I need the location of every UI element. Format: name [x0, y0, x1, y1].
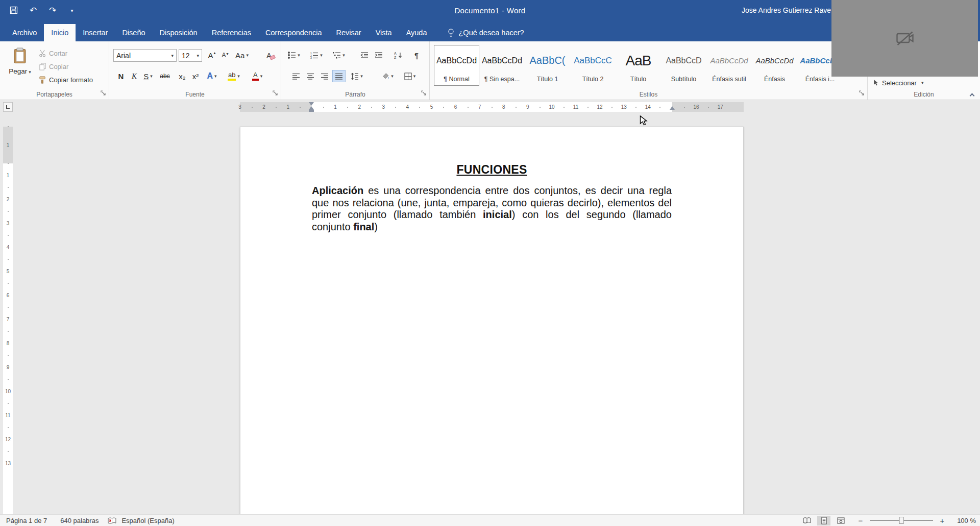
change-case-button[interactable]: Aa [233, 49, 251, 61]
print-layout-button[interactable] [817, 516, 830, 525]
style-name: ¶ Sin espa... [484, 76, 520, 83]
ruler-mark: 5 [407, 102, 431, 112]
ribbon-tab[interactable]: Insertar [76, 24, 115, 41]
dialog-launcher-icon[interactable] [420, 89, 427, 97]
underline-button[interactable]: S [140, 70, 156, 82]
style-card[interactable]: AaBbCcD Subtítulo [661, 45, 706, 86]
ribbon-tab[interactable]: Archivo [5, 24, 44, 41]
group-label-clipboard: Portapapeles [0, 91, 109, 98]
read-mode-button[interactable] [800, 516, 814, 525]
word-count[interactable]: 640 palabras [60, 517, 99, 524]
zoom-level[interactable]: 100 % [953, 517, 976, 524]
align-right-button[interactable] [318, 70, 331, 82]
screen-share-overlay[interactable] [831, 0, 978, 77]
sort-button[interactable]: AZ [391, 49, 405, 61]
status-left: Página 1 de 7 640 palabras Español (Espa… [6, 515, 175, 526]
numbering-button[interactable]: 1 2 3 [309, 49, 324, 61]
zoom-slider-thumb[interactable] [899, 517, 904, 524]
align-left-button[interactable] [289, 70, 303, 82]
style-name: Título 1 [537, 76, 558, 83]
tell-me[interactable]: ¿Qué desea hacer? [448, 24, 524, 41]
font-color-button[interactable]: A [248, 70, 266, 82]
document-heading: FUNCIONES [312, 163, 672, 177]
first-line-indent-marker[interactable] [309, 102, 314, 106]
zoom-slider[interactable] [870, 520, 933, 521]
ribbon-tab[interactable]: Correspondencia [258, 24, 329, 41]
paste-button[interactable]: Pegar [4, 45, 36, 89]
font-family-select[interactable]: Arial [113, 49, 177, 62]
dialog-launcher-icon[interactable] [858, 89, 865, 97]
ruler-mark: 11 [3, 403, 13, 427]
show-marks-button[interactable]: ¶ [410, 49, 423, 61]
bullets-button[interactable] [286, 49, 302, 61]
zoom-in-button[interactable] [939, 516, 946, 525]
language-indicator[interactable]: Español (España) [121, 517, 174, 524]
ribbon-group-paragraph: 1 2 3 [281, 41, 430, 100]
style-card[interactable]: AaB Título [616, 45, 661, 86]
style-card[interactable]: AaBbCcDd Énfasis sutil [706, 45, 752, 86]
grow-font-button[interactable]: A [205, 49, 218, 61]
left-indent-marker[interactable] [309, 110, 314, 112]
style-card[interactable]: AaBbCcDd ¶ Sin espa... [479, 45, 525, 86]
horizontal-ruler[interactable]: 321 1234567891011121314 1617 [240, 102, 744, 112]
svg-text:Z: Z [394, 56, 397, 59]
zoom-out-button[interactable] [857, 516, 864, 525]
strikethrough-button[interactable]: abc [158, 70, 172, 82]
align-center-button[interactable] [304, 70, 317, 82]
ribbon-tab[interactable]: Revisar [329, 24, 369, 41]
shading-button[interactable] [379, 70, 396, 82]
multilevel-list-button[interactable] [331, 49, 347, 61]
format-painter-button[interactable]: Copiar formato [39, 74, 93, 85]
select-button[interactable]: Seleccionar [873, 77, 923, 88]
bullets-icon [288, 52, 296, 59]
ruler-mark: 9 [504, 102, 528, 112]
ribbon-tab[interactable]: Diseño [115, 24, 152, 41]
text-effects-button[interactable]: A [205, 70, 218, 82]
line-spacing-button[interactable] [349, 70, 365, 82]
style-card[interactable]: AaBbCcDd ¶ Normal [434, 45, 479, 86]
ruler-mark: 3 [240, 102, 264, 112]
decrease-indent-button[interactable] [358, 49, 371, 61]
proofing-icon[interactable] [108, 517, 116, 524]
subscript-button[interactable]: x₂ [176, 70, 189, 82]
clear-formatting-button[interactable]: A [262, 49, 276, 61]
italic-button[interactable]: K [128, 70, 141, 82]
font-size-select[interactable]: 12 [179, 49, 202, 62]
justify-button[interactable] [332, 70, 346, 82]
web-layout-button[interactable] [834, 516, 847, 525]
page-indicator[interactable]: Página 1 de 7 [6, 517, 47, 524]
font-color-bar [252, 79, 259, 81]
ribbon-tab[interactable]: Disposición [153, 24, 205, 41]
dialog-launcher-icon[interactable] [272, 89, 279, 97]
style-preview: AaBbC( [529, 45, 565, 76]
group-label-font: Fuente [109, 91, 281, 98]
bold-button[interactable]: N [114, 70, 128, 82]
copy-button[interactable]: Copiar [39, 61, 68, 72]
ribbon-tab[interactable]: Referencias [205, 24, 258, 41]
increase-indent-button[interactable] [372, 49, 385, 61]
tab-stop-selector[interactable] [3, 102, 13, 112]
cut-button[interactable]: Cortar [39, 47, 67, 59]
style-card[interactable]: AaBbCcC Título 2 [570, 45, 616, 86]
ribbon-tab[interactable]: Vista [369, 24, 399, 41]
highlight-button[interactable]: ab [225, 70, 243, 82]
document-page[interactable]: FUNCIONES Aplicación es una corresponden… [240, 127, 744, 515]
svg-text:A: A [394, 52, 397, 55]
align-center-icon [306, 73, 314, 80]
vertical-ruler[interactable]: 112345678910111213 [3, 127, 13, 514]
right-indent-marker[interactable] [670, 106, 675, 110]
hanging-indent-marker[interactable] [309, 106, 314, 110]
style-card[interactable]: AaBbCcDd Énfasis [752, 45, 797, 86]
style-card[interactable]: AaBbC( Título 1 [525, 45, 570, 86]
user-account[interactable]: Jose Andres Gutierrez Rave [742, 0, 831, 20]
ruler-mark: 8 [3, 331, 13, 355]
dialog-launcher-icon[interactable] [100, 89, 107, 97]
shrink-font-button[interactable]: A [218, 49, 232, 61]
ribbon-tab[interactable]: Inicio [44, 24, 76, 41]
status-right: 100 % [800, 515, 976, 526]
collapse-ribbon-button[interactable] [968, 92, 976, 98]
ribbon-tab[interactable]: Ayuda [399, 24, 434, 41]
borders-button[interactable] [402, 70, 418, 82]
ruler-mark: 11 [552, 102, 576, 112]
superscript-button[interactable]: x² [189, 70, 202, 82]
